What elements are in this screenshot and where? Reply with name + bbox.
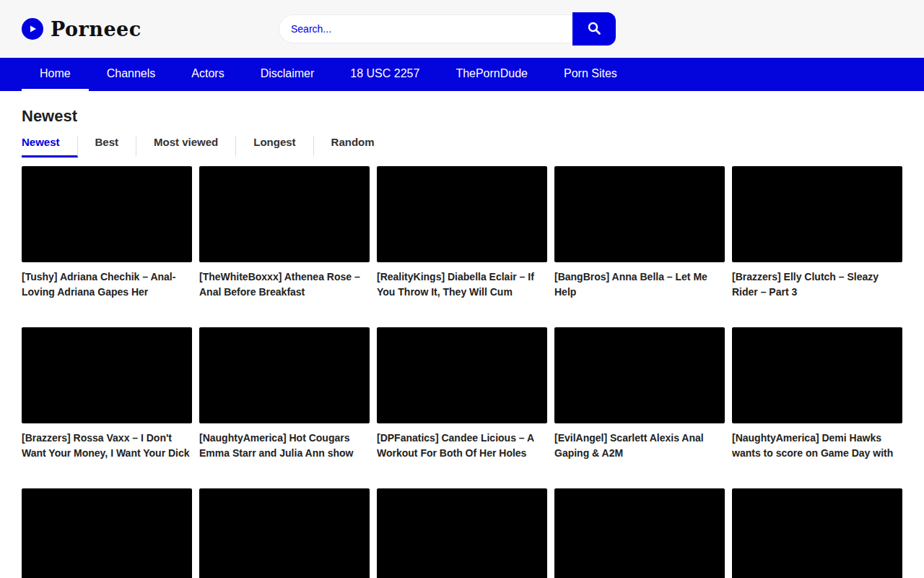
topbar: Porneec — [0, 0, 924, 58]
search-input[interactable] — [279, 14, 572, 43]
video-card[interactable]: [RealityKings] Diabella Eclair – If You … — [377, 166, 547, 300]
video-card[interactable]: [Tushy] Adriana Chechik – Anal-Loving Ad… — [22, 166, 192, 300]
nav-item-channels[interactable]: Channels — [89, 58, 174, 91]
main-nav: Home Channels Actors Disclaimer 18 USC 2… — [0, 58, 924, 91]
tab-longest[interactable]: Longest — [236, 136, 313, 158]
video-thumbnail[interactable] — [377, 488, 547, 578]
video-card[interactable] — [22, 488, 192, 578]
video-card[interactable] — [554, 488, 725, 578]
main-content: Newest Newest Best Most viewed Longest R… — [22, 107, 902, 578]
video-thumbnail[interactable] — [22, 488, 192, 578]
video-grid: [Tushy] Adriana Chechik – Anal-Loving Ad… — [22, 166, 902, 578]
video-thumbnail[interactable] — [22, 166, 192, 262]
video-thumbnail[interactable] — [732, 488, 902, 578]
video-card[interactable]: [Brazzers] Rossa Vaxx – I Don't Want You… — [22, 327, 192, 461]
tab-random[interactable]: Random — [314, 136, 392, 158]
video-title[interactable]: [RealityKings] Diabella Eclair – If You … — [377, 269, 547, 300]
play-icon — [22, 18, 43, 40]
video-thumbnail[interactable] — [22, 327, 192, 423]
video-title[interactable]: [DPFanatics] Candee Licious – A Workout … — [377, 431, 547, 461]
video-title[interactable]: [NaughtyAmerica] Demi Hawks wants to sco… — [732, 431, 902, 461]
video-title[interactable]: [Brazzers] Rossa Vaxx – I Don't Want You… — [22, 431, 192, 461]
video-card[interactable]: [TheWhiteBoxxx] Athenea Rose – Anal Befo… — [199, 166, 370, 300]
logo[interactable]: Porneec — [22, 18, 141, 40]
page-title: Newest — [22, 107, 902, 126]
video-title[interactable]: [Tushy] Adriana Chechik – Anal-Loving Ad… — [22, 269, 192, 300]
video-thumbnail[interactable] — [377, 327, 547, 423]
video-title[interactable]: [TheWhiteBoxxx] Athenea Rose – Anal Befo… — [199, 269, 370, 300]
video-title[interactable]: [Brazzers] Elly Clutch – Sleazy Rider – … — [732, 269, 902, 300]
nav-item-18-usc-2257[interactable]: 18 USC 2257 — [332, 58, 437, 91]
video-title[interactable]: [NaughtyAmerica] Hot Cougars Emma Starr … — [199, 431, 370, 461]
tab-most-viewed[interactable]: Most viewed — [136, 136, 236, 158]
video-card[interactable]: [EvilAngel] Scarlett Alexis Anal Gaping … — [554, 327, 725, 461]
video-card[interactable] — [732, 488, 902, 578]
video-card[interactable]: [DPFanatics] Candee Licious – A Workout … — [377, 327, 547, 461]
tab-best[interactable]: Best — [78, 136, 137, 158]
video-thumbnail[interactable] — [732, 327, 902, 423]
video-card[interactable] — [377, 488, 547, 578]
sort-tabs: Newest Best Most viewed Longest Random — [22, 136, 902, 158]
video-title[interactable]: [EvilAngel] Scarlett Alexis Anal Gaping … — [554, 431, 725, 461]
video-thumbnail[interactable] — [554, 166, 725, 262]
brand-name: Porneec — [51, 18, 141, 40]
video-thumbnail[interactable] — [732, 166, 902, 262]
nav-item-actors[interactable]: Actors — [173, 58, 242, 91]
nav-item-porn-sites[interactable]: Porn Sites — [546, 58, 635, 91]
video-card[interactable]: [NaughtyAmerica] Demi Hawks wants to sco… — [732, 327, 902, 461]
video-thumbnail[interactable] — [554, 327, 725, 423]
video-card[interactable]: [NaughtyAmerica] Hot Cougars Emma Starr … — [199, 327, 370, 461]
search-form — [279, 12, 616, 46]
search-button[interactable] — [572, 12, 616, 46]
video-thumbnail[interactable] — [199, 166, 370, 262]
search-icon — [587, 21, 601, 38]
nav-item-disclaimer[interactable]: Disclaimer — [243, 58, 333, 91]
video-thumbnail[interactable] — [199, 327, 370, 423]
video-title[interactable]: [BangBros] Anna Bella – Let Me Help — [554, 269, 725, 300]
tab-newest[interactable]: Newest — [22, 136, 78, 158]
video-card[interactable]: [Brazzers] Elly Clutch – Sleazy Rider – … — [732, 166, 902, 300]
video-card[interactable] — [199, 488, 370, 578]
nav-item-theporndude[interactable]: ThePornDude — [437, 58, 546, 91]
video-card[interactable]: [BangBros] Anna Bella – Let Me Help — [554, 166, 725, 300]
nav-item-home[interactable]: Home — [22, 58, 89, 91]
video-thumbnail[interactable] — [554, 488, 725, 578]
video-thumbnail[interactable] — [199, 488, 370, 578]
video-thumbnail[interactable] — [377, 166, 547, 262]
